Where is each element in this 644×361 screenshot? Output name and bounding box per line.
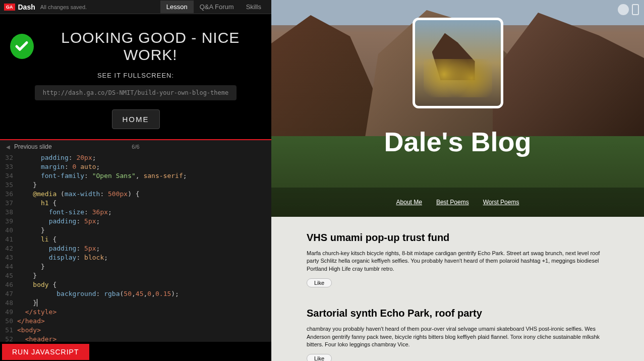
blog-nav: About Me Best Poems Worst Poems	[271, 188, 644, 217]
chevron-left-icon[interactable]: ◀	[6, 144, 10, 150]
like-button[interactable]: Like	[307, 354, 332, 361]
home-button[interactable]: HOME	[112, 109, 160, 129]
code-line[interactable]: 35 }	[0, 180, 271, 190]
like-button[interactable]: Like	[307, 278, 332, 287]
slide-nav: ◀ Previous slide 6/6	[0, 139, 271, 153]
project-url[interactable]: http://dash.ga.co/DS-NMIT/build-your-own…	[35, 85, 237, 100]
blog-post: VHS umami pop-up trust fund Marfa church…	[307, 232, 609, 287]
post-title: Sartorial synth Echo Park, roof party	[307, 308, 609, 319]
code-line[interactable]: 40 }	[0, 226, 271, 235]
code-line[interactable]: 47 background: rgba(50,45,0,0.15);	[0, 289, 271, 298]
avatar-thumbnail	[413, 18, 503, 108]
post-body: chambray you probably haven't heard of t…	[307, 325, 609, 348]
code-line[interactable]: 33 margin: 0 auto;	[0, 162, 271, 171]
brand-name: Dash	[18, 3, 35, 11]
code-line[interactable]: 49 </style>	[0, 308, 271, 317]
code-line[interactable]: 43 display: block;	[0, 253, 271, 262]
preview-pane: Dale's Blog About Me Best Poems Worst Po…	[271, 0, 644, 361]
code-line[interactable]: 41 li {	[0, 235, 271, 244]
post-body: Marfa church-key kitsch bicycle rights, …	[307, 250, 609, 273]
code-line[interactable]: 50</head>	[0, 317, 271, 326]
run-javascript-button[interactable]: RUN JAVASCRIPT	[2, 344, 89, 360]
code-line[interactable]: 48 }	[0, 298, 271, 308]
code-line[interactable]: 51<body>	[0, 326, 271, 335]
hero-header: Dale's Blog About Me Best Poems Worst Po…	[271, 0, 644, 217]
checkmark-icon	[10, 34, 34, 59]
code-line[interactable]: 52 <header>	[0, 335, 271, 342]
tab-skills[interactable]: Skills	[240, 1, 267, 13]
code-line[interactable]: 32 padding: 20px;	[0, 153, 271, 162]
slide-counter: 6/6	[132, 144, 139, 150]
code-editor[interactable]: 32 padding: 20px;33 margin: 0 auto;34 fo…	[0, 153, 271, 342]
nav-worst-poems[interactable]: Worst Poems	[483, 199, 519, 206]
blog-post: Sartorial synth Echo Park, roof party ch…	[307, 308, 609, 361]
ga-badge: GA	[4, 4, 15, 11]
nav-best-poems[interactable]: Best Poems	[436, 199, 469, 206]
save-status: All changes saved.	[40, 4, 87, 10]
tab-forum[interactable]: Q&A Forum	[194, 1, 240, 13]
code-line[interactable]: 34 font-family: "Open Sans", sans-serif;	[0, 171, 271, 180]
see-fullscreen-label: SEE IT FULLSCREEN:	[10, 72, 261, 79]
tab-lesson[interactable]: Lesson	[160, 1, 194, 13]
mobile-view-button[interactable]	[632, 4, 639, 15]
previous-slide-button[interactable]: Previous slide	[14, 143, 52, 150]
desktop-view-button[interactable]	[618, 4, 629, 15]
nav-about[interactable]: About Me	[396, 199, 422, 206]
app-header: GA Dash All changes saved. Lesson Q&A Fo…	[0, 0, 271, 14]
code-line[interactable]: 38 font-size: 36px;	[0, 208, 271, 217]
code-line[interactable]: 37 h1 {	[0, 199, 271, 208]
code-line[interactable]: 42 padding: 5px;	[0, 244, 271, 253]
congrats-title: LOOKING GOOD - NICE WORK!	[40, 29, 261, 64]
code-line[interactable]: 39 padding: 5px;	[0, 217, 271, 226]
congrats-panel: LOOKING GOOD - NICE WORK! SEE IT FULLSCR…	[0, 14, 271, 139]
code-line[interactable]: 44 }	[0, 262, 271, 271]
code-line[interactable]: 45 }	[0, 271, 271, 280]
blog-title: Dale's Blog	[384, 126, 532, 157]
post-title: VHS umami pop-up trust fund	[307, 232, 609, 244]
code-line[interactable]: 46 body {	[0, 280, 271, 289]
code-line[interactable]: 36 @media (max-width: 500px) {	[0, 190, 271, 199]
